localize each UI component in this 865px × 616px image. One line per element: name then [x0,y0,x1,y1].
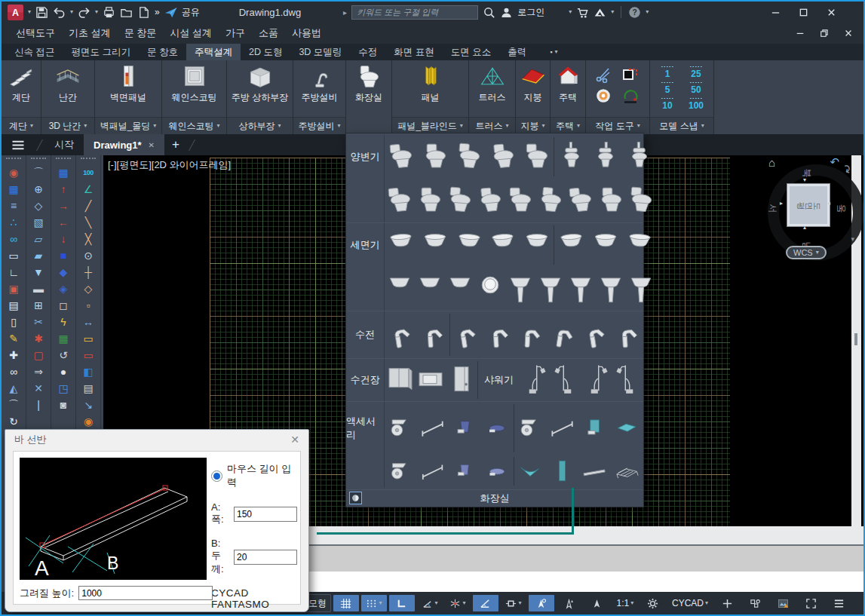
mouse-length-radio[interactable]: 마우스 길이 입력 [211,462,297,489]
width-input[interactable] [234,507,297,522]
menu-item-6[interactable]: 사용법 [285,23,328,43]
house-panel-footer[interactable]: 주택▾ [551,117,585,134]
undo-icon[interactable] [53,6,66,19]
compass-north[interactable]: 북 [800,169,813,178]
panel-blind-button[interactable]: 패널 [392,63,468,118]
gallery-item-acc_a-3[interactable] [450,405,480,452]
ribbon-tab-6[interactable]: 수정 [350,44,385,60]
gallery-item-faucet-5[interactable] [580,314,610,356]
block-insert-icon[interactable]: ■ [54,247,74,264]
viewport-grid-icon[interactable]: ▦ [54,164,74,181]
clip-boundary-icon[interactable]: ▢ [29,347,49,363]
autodesk-icon[interactable] [594,6,606,19]
wall-panel-button[interactable]: 벽면패널 [95,63,161,118]
toolbar-grip[interactable] [6,158,21,162]
compass-east[interactable]: 동 [835,204,848,213]
viewcube-arrow-down-icon[interactable]: ▴ [803,225,806,231]
gallery-item-acc_c-2[interactable] [418,457,448,486]
wall-section-icon[interactable]: ≡ [4,198,24,214]
gallery-item-toilet-2[interactable] [415,181,445,219]
gallery-item-shower-4[interactable] [612,361,643,398]
table-icon[interactable]: ▦ [54,330,74,347]
dynamic-input-toggle[interactable] [557,595,582,611]
file-tabs-menu-icon[interactable] [11,139,26,151]
osnap-tracking-toggle[interactable] [529,595,554,611]
minimize-icon[interactable] [771,8,781,17]
gallery-item-faucet-1[interactable] [451,314,481,356]
gallery-item-toilet_wall-2[interactable] [590,137,621,176]
graphics-performance-button[interactable] [770,595,796,611]
gallery-item-faucet-2[interactable] [483,314,514,356]
scrollbar-thumb[interactable] [854,333,857,345]
pipe-run-icon[interactable]: ∞ [4,231,24,247]
viewport-frame-icon[interactable]: ▭ [78,347,99,363]
tab-drawing1[interactable]: Drawing1* ✕ [84,134,164,155]
gallery-item-acc_d-2[interactable] [548,457,578,486]
gallery-item-basin_ped-9[interactable] [626,269,656,308]
gallery-item-faucet-4[interactable] [548,314,578,356]
draw-height-input[interactable] [78,586,213,600]
thickness-input[interactable] [234,550,297,565]
gallery-item-basin-3[interactable] [624,225,655,264]
align-left-icon[interactable]: ← [54,214,74,231]
gallery-item-toilet-6[interactable] [535,181,566,219]
truss-button[interactable]: 트러스 [469,63,515,118]
doc-restore-icon[interactable] [820,29,829,38]
ribbon-tab-8[interactable]: 도면 요소 [443,44,499,60]
gallery-item-toilet-5[interactable] [522,137,552,176]
workspace-switch-button[interactable]: CYCAD▾ [668,595,712,611]
annotation-visibility-toggle[interactable] [584,595,610,611]
customization-gear-icon[interactable] [640,595,666,611]
rotate-icon[interactable]: ↻ [4,413,24,430]
trim-tool-icon[interactable]: ✂ [29,314,49,330]
maximize-icon[interactable] [799,8,808,17]
menu-item-1[interactable]: 기초 설계 [62,23,118,43]
viewport-label[interactable]: [-][평면도][2D 와이어프레임] [108,158,231,172]
fillet-arc-icon[interactable]: ⌒ [4,397,24,413]
gallery-item-cabinet-1[interactable] [385,361,416,398]
section-line-icon[interactable]: ▯ [4,314,24,330]
sketch-pencil-icon[interactable]: ✎ [4,330,24,347]
snap-scale-100-icon[interactable]: 100 [78,164,99,181]
circle-tool-icon[interactable]: ⊕ [29,181,49,198]
model-snap-1[interactable]: 1 [656,66,679,79]
break-icon[interactable]: ✕ [29,380,49,397]
menu-item-3[interactable]: 시설 설계 [163,23,219,43]
align-down-icon[interactable]: ↓ [54,231,74,247]
model-snap-50[interactable]: 50 [685,81,707,95]
align-right-icon[interactable]: → [54,198,74,214]
intersection-snap-icon[interactable]: ╳ [78,231,99,247]
gallery-item-acc_a-2[interactable] [418,405,448,452]
gallery-item-basin-1[interactable] [386,225,416,264]
duplicate-icon[interactable]: ∞ [4,363,24,380]
rectangle-tool-icon[interactable]: ▭ [4,247,24,264]
tool-palette-icon[interactable]: ◆ [54,264,74,280]
kitchen-fixtures-panel-footer[interactable]: 주방설비▾ [293,117,345,134]
viewcube-home-icon[interactable]: ⌂ [768,157,775,168]
viewcube-arrow-left-icon[interactable]: ▸ [780,201,783,207]
render-material-icon[interactable]: ◉ [4,164,24,181]
doc-close-icon[interactable] [844,29,853,38]
box-3d-icon[interactable]: ▧ [29,214,49,231]
block-editor-icon[interactable]: ◈ [54,280,74,297]
gallery-item-toilet-3[interactable] [445,181,475,219]
gallery-item-acc_d-4[interactable] [612,457,643,486]
gallery-item-toilet-9[interactable] [626,181,656,219]
wainscoting-button[interactable]: 웨인스코팅 [162,63,226,118]
selection-window-icon[interactable]: ▣ [4,280,24,297]
ribbon-tab-5[interactable]: 3D 모델링 [290,44,350,60]
plot-icon[interactable] [103,6,115,19]
isolate-objects-button[interactable] [742,595,768,611]
grid-display-toggle[interactable] [333,595,359,611]
parallel-snap-icon[interactable]: ╲ [78,214,99,231]
share-icon[interactable] [164,6,177,19]
gallery-item-acc_a-1[interactable] [385,405,416,452]
viewcube-arrow-up-icon[interactable]: ▾ [803,177,806,183]
search-icon[interactable] [483,6,495,19]
viewcube-menu-icon[interactable]: ▾ [851,235,854,243]
clean-screen-button[interactable] [798,595,824,611]
gallery-item-acc_d-1[interactable] [515,457,545,486]
toolbar-grip[interactable] [31,158,46,162]
ribbon-tab-4[interactable]: 2D 도형 [241,44,290,60]
sheet-set-icon[interactable]: ▤ [78,380,99,397]
